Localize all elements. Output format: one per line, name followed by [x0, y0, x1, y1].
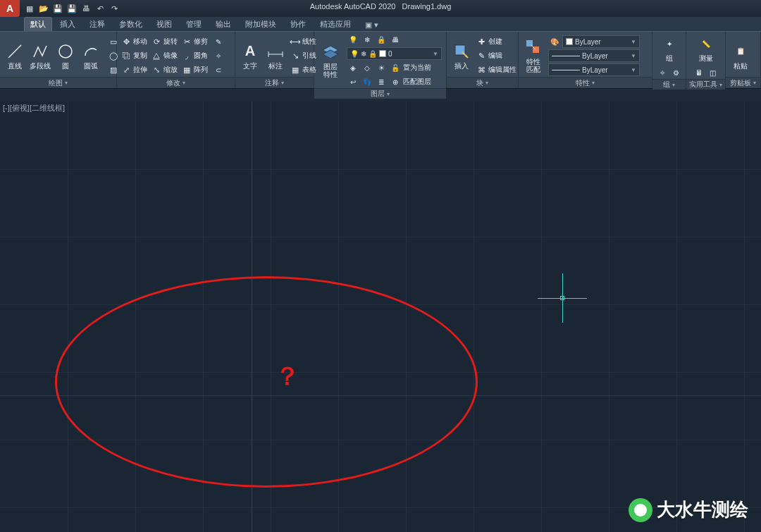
- layer-combo[interactable]: 💡❄🔒0 ▼: [347, 47, 442, 60]
- tab-extra-icon[interactable]: ▣ ▾: [359, 18, 385, 31]
- layer-merge-icon[interactable]: ⊕: [389, 75, 402, 88]
- polyline-icon: [31, 42, 49, 61]
- match-props-icon: [524, 38, 543, 56]
- tab-collab[interactable]: 协作: [284, 17, 312, 31]
- block-edit-button[interactable]: ✎编辑: [476, 49, 516, 62]
- paste-button[interactable]: 📋 粘贴: [730, 42, 751, 70]
- viewport-label[interactable]: [-][俯视][二维线框]: [3, 103, 65, 113]
- erase-icon[interactable]: ✎: [212, 35, 225, 48]
- scale-button[interactable]: ⤡缩放: [151, 63, 178, 76]
- table-icon: ▦: [290, 65, 300, 75]
- panel-draw-title[interactable]: 绘图: [0, 77, 116, 88]
- copy-icon: ⿻: [121, 51, 131, 61]
- table-button[interactable]: ▦表格: [290, 63, 316, 76]
- panel-annot-title[interactable]: 注释: [235, 77, 314, 88]
- tab-parametric[interactable]: 参数化: [113, 17, 149, 31]
- layer-plot-icon[interactable]: 🖶: [389, 33, 402, 46]
- tab-view[interactable]: 视图: [150, 17, 178, 31]
- panel-block: 插入 ✚创建 ✎编辑 ⌘编辑属性 块: [447, 32, 519, 88]
- array-button[interactable]: ▦阵列: [182, 63, 208, 76]
- select-icon[interactable]: ◫: [707, 66, 719, 79]
- panel-layers-title[interactable]: 图层: [314, 88, 446, 99]
- panel-group-title[interactable]: 组: [652, 79, 686, 89]
- app-name: Autodesk AutoCAD 2020: [310, 2, 396, 11]
- layer-prev-icon[interactable]: ↩: [347, 75, 359, 88]
- leader-icon: ↘: [290, 51, 300, 61]
- tab-addins[interactable]: 附加模块: [239, 17, 283, 31]
- layer-unlock-icon[interactable]: 🔓: [389, 61, 402, 74]
- ungroup-icon[interactable]: ✧: [656, 66, 669, 79]
- color-icon[interactable]: 🎨: [548, 35, 561, 48]
- linear-dim-button[interactable]: ⟷线性: [290, 35, 316, 48]
- panel-clip-title[interactable]: 剪贴板: [726, 77, 760, 88]
- layer-freeze-icon[interactable]: ❄: [361, 33, 373, 46]
- panel-util-title[interactable]: 实用工具: [686, 79, 725, 89]
- save-icon[interactable]: 💾: [52, 3, 63, 14]
- arc-button[interactable]: 圆弧: [80, 42, 101, 70]
- layer-props-button[interactable]: 图层 特性: [318, 43, 342, 78]
- group-edit-icon[interactable]: ⚙: [670, 66, 683, 79]
- layer-on-icon[interactable]: 💡: [347, 33, 359, 46]
- line-icon: [6, 42, 24, 61]
- tab-output[interactable]: 输出: [209, 17, 237, 31]
- linetype-combo[interactable]: ByLayer▼: [548, 63, 640, 76]
- layer-lock-icon[interactable]: 🔒: [375, 33, 388, 46]
- block-create-button[interactable]: ✚创建: [476, 35, 516, 48]
- mirror-button[interactable]: ⧋镜像: [151, 49, 178, 62]
- panel-props-title[interactable]: 特性: [519, 77, 652, 88]
- tab-default[interactable]: 默认: [24, 17, 52, 31]
- panel-modify-title[interactable]: 修改: [117, 77, 235, 88]
- dimension-button[interactable]: 标注: [265, 42, 286, 70]
- rotate-button[interactable]: ⟳旋转: [151, 35, 178, 48]
- tab-insert[interactable]: 插入: [54, 17, 82, 31]
- move-button[interactable]: ✥移动: [121, 35, 147, 48]
- watermark: 大水牛测绘: [629, 497, 748, 522]
- explode-icon[interactable]: ✧: [212, 49, 225, 62]
- undo-icon[interactable]: ↶: [94, 3, 106, 14]
- drawing-canvas[interactable]: [-][俯视][二维线框] // grid will be drawn belo…: [0, 101, 761, 532]
- measure-button[interactable]: 📏 测量: [695, 35, 717, 62]
- block-attr-button[interactable]: ⌘编辑属性: [476, 63, 516, 76]
- group-button[interactable]: ✦ 组: [659, 35, 680, 62]
- redo-icon[interactable]: ↷: [109, 3, 120, 14]
- tab-manage[interactable]: 管理: [180, 17, 208, 31]
- block-insert-button[interactable]: 插入: [451, 42, 472, 70]
- layer-off-icon[interactable]: ◇: [361, 61, 373, 74]
- layer-thaw-icon[interactable]: ☀: [375, 61, 388, 74]
- plot-icon[interactable]: 🖶: [80, 3, 92, 14]
- layer-iso-icon[interactable]: ◈: [347, 61, 359, 74]
- ruler-icon: 📏: [697, 35, 715, 53]
- match-props-button[interactable]: 特性 匹配: [523, 38, 544, 73]
- panel-annotate: A 文字 标注 ⟷线性 ↘引线 ▦表格 注释: [235, 32, 314, 88]
- color-combo[interactable]: ByLayer▼: [562, 35, 640, 48]
- saveas-icon[interactable]: 💾: [66, 3, 78, 14]
- tab-annotate[interactable]: 注释: [83, 17, 111, 31]
- lineweight-combo[interactable]: ByLayer▼: [548, 49, 640, 62]
- group-icon: ✦: [660, 35, 679, 53]
- stretch-button[interactable]: ⤢拉伸: [121, 63, 147, 76]
- copy-button[interactable]: ⿻复制: [121, 49, 147, 62]
- new-icon[interactable]: ▦: [24, 3, 35, 14]
- fillet-button[interactable]: ◞圆角: [182, 49, 208, 62]
- leader-button[interactable]: ↘引线: [290, 49, 316, 62]
- array-icon: ▦: [182, 65, 192, 75]
- stretch-icon: ⤢: [121, 65, 131, 75]
- line-button[interactable]: 直线: [4, 42, 25, 70]
- match-layer-button[interactable]: 匹配图层: [403, 75, 431, 88]
- text-icon: A: [241, 42, 259, 61]
- calc-icon[interactable]: 🖩: [693, 66, 705, 79]
- offset-icon[interactable]: ⊂: [212, 63, 225, 76]
- app-logo[interactable]: A: [0, 0, 20, 17]
- wechat-icon: [629, 498, 652, 522]
- text-button[interactable]: A 文字: [240, 42, 261, 70]
- tab-featured[interactable]: 精选应用: [314, 17, 357, 31]
- layer-state-icon[interactable]: ≣: [375, 75, 388, 88]
- fillet-icon: ◞: [182, 51, 192, 61]
- set-current-button[interactable]: 置为当前: [403, 61, 431, 74]
- panel-block-title[interactable]: 块: [447, 77, 518, 88]
- open-icon[interactable]: 📂: [38, 3, 49, 14]
- trim-button[interactable]: ✂修剪: [182, 35, 208, 48]
- layer-walk-icon[interactable]: 👣: [361, 75, 373, 88]
- circle-button[interactable]: 圆: [55, 42, 76, 70]
- polyline-button[interactable]: 多段线: [30, 42, 51, 70]
